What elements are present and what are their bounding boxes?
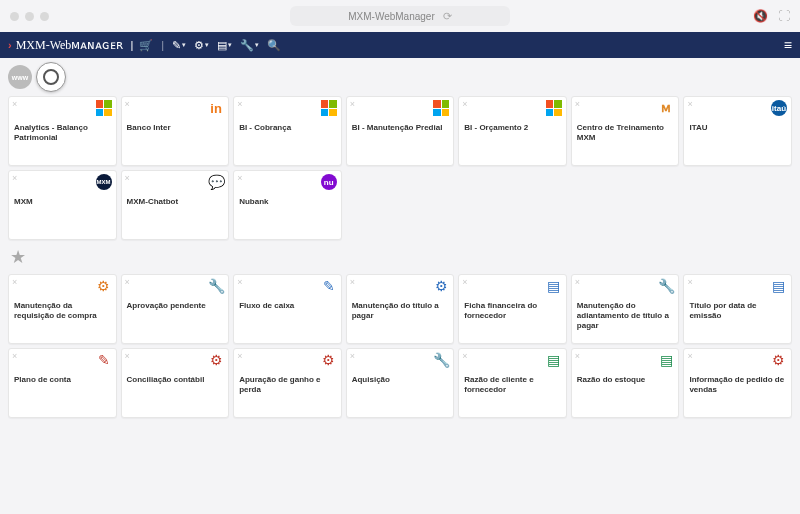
window-controls[interactable] (10, 12, 49, 21)
close-icon[interactable]: × (350, 351, 355, 361)
tile-label: Plano de conta (14, 375, 111, 385)
tile-row4-2[interactable]: ×⚙Apuração de ganho e perda (233, 348, 342, 418)
tile-row1-6[interactable]: ×itaúITAU (683, 96, 792, 166)
close-icon[interactable]: × (462, 99, 467, 109)
tile-row1-1[interactable]: ×inBanco Inter (121, 96, 230, 166)
gear-icon: ⚙ (320, 351, 338, 369)
close-icon[interactable]: × (237, 277, 242, 287)
close-icon[interactable]: × (125, 173, 130, 183)
close-icon[interactable]: × (237, 173, 242, 183)
reload-icon[interactable]: ⟳ (443, 10, 452, 23)
microsoft-icon (432, 99, 450, 117)
favorites-separator: ★ (0, 240, 800, 274)
expand-icon[interactable]: ⛶ (778, 9, 790, 23)
close-icon[interactable]: × (687, 351, 692, 361)
tile-label: MXM-Chatbot (127, 197, 224, 207)
close-icon[interactable]: × (350, 277, 355, 287)
tile-row2-1[interactable]: ×💬MXM-Chatbot (121, 170, 230, 240)
menu-icon[interactable]: ≡ (784, 37, 792, 53)
itau-icon: itaú (770, 99, 788, 117)
pencil-icon: ✎ (320, 277, 338, 295)
close-icon[interactable]: × (462, 277, 467, 287)
tile-row3-3[interactable]: ×⚙Manutenção do título a pagar (346, 274, 455, 344)
close-icon[interactable]: × (462, 351, 467, 361)
tile-row1-4[interactable]: ×BI - Orçamento 2 (458, 96, 567, 166)
tile-label: Aquisição (352, 375, 449, 385)
tile-label: Aprovação pendente (127, 301, 224, 311)
tile-row3-5[interactable]: ×🔧Manutenção do adiantamento de título a… (571, 274, 680, 344)
tile-label: BI - Cobrança (239, 123, 336, 133)
tile-label: BI - Manutenção Predial (352, 123, 449, 133)
close-icon[interactable]: × (125, 99, 130, 109)
tile-row4-5[interactable]: ×▤Razão do estoque (571, 348, 680, 418)
microsoft-icon (320, 99, 338, 117)
tile-label: Manutenção do adiantamento de título a p… (577, 301, 674, 331)
tile-row4-6[interactable]: ×⚙Informação de pedido de vendas (683, 348, 792, 418)
tile-label: Manutenção da requisição de compra (14, 301, 111, 321)
address-bar[interactable]: MXM-WebManager ⟳ (290, 6, 510, 26)
tile-row3-0[interactable]: ×⚙Manutenção da requisição de compra (8, 274, 117, 344)
tile-label: Fluxo de caixa (239, 301, 336, 311)
circle-button[interactable] (36, 62, 66, 92)
tile-row4-3[interactable]: ×🔧Aquisição (346, 348, 455, 418)
inter-icon: in (207, 99, 225, 117)
close-icon[interactable]: × (687, 99, 692, 109)
close-icon[interactable]: × (575, 99, 580, 109)
close-icon[interactable]: × (12, 173, 17, 183)
close-icon[interactable]: × (125, 351, 130, 361)
wrench-icon: 🔧 (432, 351, 450, 369)
brand: › MXM-Webᴍᴀɴᴀɢᴇʀ | (8, 38, 133, 53)
close-icon[interactable]: × (237, 99, 242, 109)
tools-icon[interactable]: 🔧 (240, 39, 259, 52)
close-icon[interactable]: × (125, 277, 130, 287)
cart-icon[interactable]: 🛒 (139, 39, 153, 52)
settings-icon[interactable]: ⚙ (194, 39, 209, 52)
sub-toolbar: www (0, 58, 800, 96)
tile-row3-1[interactable]: ×🔧Aprovação pendente (121, 274, 230, 344)
close-icon[interactable]: × (12, 277, 17, 287)
close-icon[interactable]: × (575, 351, 580, 361)
tile-label: ITAU (689, 123, 786, 133)
mute-icon[interactable]: 🔇 (753, 9, 768, 23)
tile-row1-3[interactable]: ×BI - Manutenção Predial (346, 96, 455, 166)
tile-row4-0[interactable]: ×✎Plano de conta (8, 348, 117, 418)
close-icon[interactable]: × (12, 99, 17, 109)
brand-name: MXM-Webᴍᴀɴᴀɢᴇʀ (16, 38, 124, 53)
tile-label: BI - Orçamento 2 (464, 123, 561, 133)
tile-label: Ficha financeira do fornecedor (464, 301, 561, 321)
wrench-icon: 🔧 (207, 277, 225, 295)
tile-label: Razão de cliente e fornecedor (464, 375, 561, 395)
tile-label: Título por data de emissão (689, 301, 786, 321)
www-icon: www (8, 65, 32, 89)
tile-row3-2[interactable]: ×✎Fluxo de caixa (233, 274, 342, 344)
close-icon[interactable]: × (237, 351, 242, 361)
tile-label: MXM (14, 197, 111, 207)
wrench-icon: 🔧 (657, 277, 675, 295)
microsoft-icon (545, 99, 563, 117)
doc-icon: ▤ (657, 351, 675, 369)
microsoft-icon (95, 99, 113, 117)
close-icon[interactable]: × (350, 99, 355, 109)
tile-row2-2[interactable]: ×nuNubank (233, 170, 342, 240)
nav-toolbar: 🛒| ✎ ⚙ ▤ 🔧 🔍 (139, 39, 281, 52)
tile-row1-2[interactable]: ×BI - Cobrança (233, 96, 342, 166)
close-icon[interactable]: × (12, 351, 17, 361)
search-icon[interactable]: 🔍 (267, 39, 281, 52)
pencil-icon: ✎ (95, 351, 113, 369)
tile-row4-1[interactable]: ×⚙Conciliação contábil (121, 348, 230, 418)
mxm-icon: MXM (95, 173, 113, 191)
tile-label: Conciliação contábil (127, 375, 224, 385)
document-icon[interactable]: ▤ (217, 39, 232, 52)
tile-label: Analytics - Balanço Patrimonial (14, 123, 111, 143)
tile-row1-5[interactable]: ×ᴍCentro de Treinamento MXM (571, 96, 680, 166)
tile-row2-0[interactable]: ×MXMMXM (8, 170, 117, 240)
close-icon[interactable]: × (575, 277, 580, 287)
tile-row4-4[interactable]: ×▤Razão de cliente e fornecedor (458, 348, 567, 418)
close-icon[interactable]: × (687, 277, 692, 287)
tile-row3-4[interactable]: ×▤Ficha financeira do fornecedor (458, 274, 567, 344)
gear-icon: ⚙ (432, 277, 450, 295)
tile-row3-6[interactable]: ×▤Título por data de emissão (683, 274, 792, 344)
doc-icon: ▤ (770, 277, 788, 295)
tile-row1-0[interactable]: ×Analytics - Balanço Patrimonial (8, 96, 117, 166)
edit-icon[interactable]: ✎ (172, 39, 186, 52)
